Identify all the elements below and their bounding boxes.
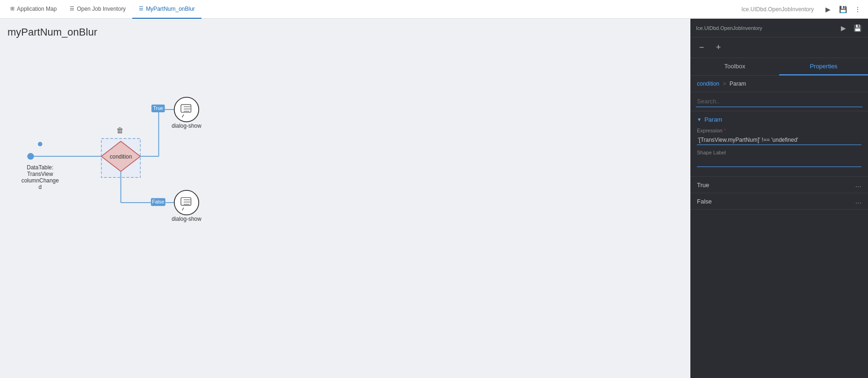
right-panel-header: Ice.UIDbd.OpenJobInventory ▶ 💾 bbox=[690, 19, 868, 37]
expression-input[interactable] bbox=[697, 135, 861, 145]
save-button[interactable]: 💾 bbox=[836, 3, 849, 16]
panel-header-icons: ▶ 💾 bbox=[838, 23, 862, 33]
tab-open-job[interactable]: ☰ Open Job Inventory bbox=[63, 0, 132, 19]
param-section: ▼ Param Expression * Shape Label bbox=[690, 111, 868, 177]
plus-button[interactable]: + bbox=[713, 42, 724, 53]
tab-properties[interactable]: Properties bbox=[779, 58, 868, 75]
canvas-area[interactable]: myPartNum_onBlur DataTable: TransView co… bbox=[0, 19, 690, 378]
right-panel: Ice.UIDbd.OpenJobInventory ▶ 💾 − + Toolb… bbox=[690, 19, 868, 378]
dialog-show-top[interactable] bbox=[174, 97, 199, 122]
expression-label: Expression * bbox=[697, 128, 861, 133]
section-title: Param bbox=[704, 116, 722, 123]
required-marker: * bbox=[724, 128, 725, 133]
app-map-icon: ⊞ bbox=[10, 6, 14, 12]
false-dots-button[interactable]: ... bbox=[855, 197, 861, 205]
open-job-icon: ☰ bbox=[70, 6, 74, 12]
shape-label-input[interactable] bbox=[697, 157, 861, 167]
panel-play-icon[interactable]: ▶ bbox=[838, 23, 848, 33]
param-section-header[interactable]: ▼ Param bbox=[697, 116, 861, 123]
false-label: False bbox=[697, 198, 712, 205]
true-label: True bbox=[697, 182, 709, 189]
my-part-icon: ☰ bbox=[139, 6, 143, 12]
false-badge-text: False bbox=[152, 199, 164, 204]
dialog-show-bottom-label: dialog-show bbox=[172, 216, 201, 222]
dialog-show-bottom[interactable] bbox=[174, 190, 199, 215]
panel-app-name: Ice.UIDbd.OpenJobInventory bbox=[696, 25, 762, 31]
delete-icon[interactable]: 🗑 bbox=[116, 126, 123, 134]
condition-label: condition bbox=[110, 153, 132, 160]
false-param-row: False ... bbox=[690, 193, 868, 210]
breadcrumb-separator: > bbox=[723, 80, 726, 87]
expression-field-group: Expression * bbox=[697, 128, 861, 145]
panel-tabs: Toolbox Properties bbox=[690, 58, 868, 76]
true-dots-button[interactable]: ... bbox=[855, 181, 861, 189]
shape-label-field-group: Shape Label bbox=[697, 150, 861, 167]
entry-dot bbox=[27, 153, 34, 160]
top-bar: ⊞ Application Map ☰ Open Job Inventory ☰… bbox=[0, 0, 868, 19]
diagram-svg: DataTable: TransView columnChange d cond… bbox=[0, 19, 690, 378]
tab-bar: ⊞ Application Map ☰ Open Job Inventory ☰… bbox=[4, 0, 201, 19]
tab-my-part[interactable]: ☰ MyPartNum_onBlur bbox=[132, 0, 201, 19]
panel-toolbar: − + bbox=[690, 37, 868, 58]
search-container bbox=[690, 92, 868, 111]
tab-toolbox[interactable]: Toolbox bbox=[690, 58, 779, 75]
panel-save-icon[interactable]: 💾 bbox=[852, 23, 862, 33]
datatable-label: DataTable: bbox=[27, 164, 53, 171]
play-button[interactable]: ▶ bbox=[821, 3, 834, 16]
tab-app-map[interactable]: ⊞ Application Map bbox=[4, 0, 63, 19]
true-badge-text: True bbox=[153, 105, 163, 111]
svg-text:TransView: TransView bbox=[27, 171, 53, 177]
main-layout: myPartNum_onBlur DataTable: TransView co… bbox=[0, 19, 868, 378]
minus-button[interactable]: − bbox=[696, 42, 707, 53]
svg-text:columnChange: columnChange bbox=[22, 177, 59, 184]
section-collapse-icon: ▼ bbox=[697, 117, 702, 122]
breadcrumb-link[interactable]: condition bbox=[697, 80, 719, 87]
shape-label-label: Shape Label bbox=[697, 150, 861, 155]
breadcrumb: condition > Param bbox=[690, 76, 868, 92]
breadcrumb-current: Param bbox=[730, 80, 746, 87]
top-bar-right: Ice.UIDbd.OpenJobInventory ▶ 💾 ⋮ bbox=[741, 3, 868, 16]
dialog-show-top-label: dialog-show bbox=[172, 123, 201, 129]
entry-dot-small bbox=[38, 142, 43, 146]
app-name-label: Ice.UIDbd.OpenJobInventory bbox=[741, 6, 819, 13]
search-input[interactable] bbox=[696, 96, 862, 107]
true-param-row: True ... bbox=[690, 177, 868, 193]
more-button[interactable]: ⋮ bbox=[851, 3, 864, 16]
svg-text:d: d bbox=[38, 184, 42, 190]
